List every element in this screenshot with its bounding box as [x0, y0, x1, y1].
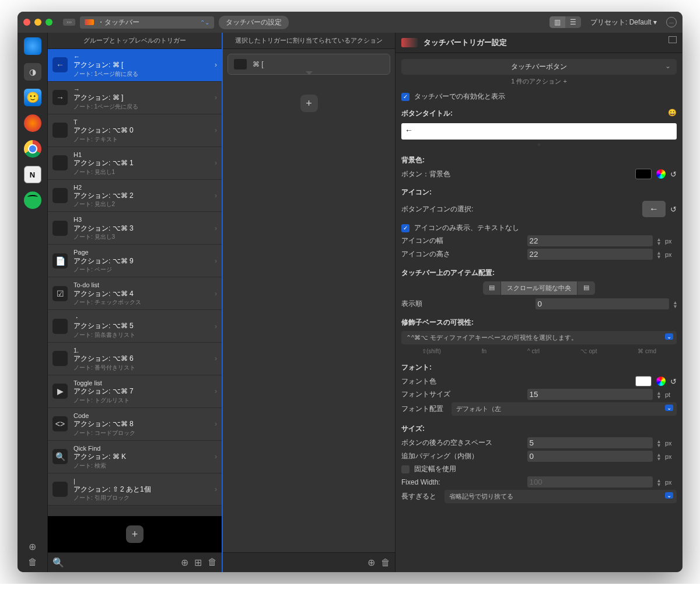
modifier-select[interactable]: ⌃^⌘⌥ モディファイアキーベースの可視性を選択します。 [401, 331, 677, 344]
trigger-title: アクション: ⌥⌘ 9 [74, 257, 217, 266]
icon-height-input[interactable] [527, 249, 653, 260]
trigger-row[interactable]: ▶ Toggle list アクション: ⌥⌘ 7 ノート: トグルリスト [48, 375, 222, 408]
sidebar-app-notion[interactable]: N [24, 166, 41, 183]
zoom-icon[interactable] [46, 19, 52, 26]
reset-icon-3[interactable]: ↺ [670, 377, 677, 386]
trigger-row[interactable]: T アクション: ⌥⌘ 0 ノート: テキスト [48, 114, 222, 147]
context-dropdown[interactable]: ・タッチバー ⌃⌄ [80, 16, 214, 29]
action-count[interactable]: 1 件のアクション + [401, 77, 677, 86]
stepper-icon[interactable]: ▴▾ [657, 452, 660, 461]
reset-icon-2[interactable]: ↺ [670, 205, 677, 214]
add-action-icon[interactable]: ⊕ [368, 557, 375, 568]
trigger-row[interactable]: ← ← アクション: ⌘ [ ノート: 1ページ前に戻る [48, 49, 222, 82]
modifier-key[interactable]: ^ ctrl [527, 348, 540, 354]
align-right-icon[interactable]: ▤ [577, 281, 595, 295]
search-icon[interactable]: 🔍 [52, 557, 64, 568]
align-left-icon[interactable]: ▤ [483, 281, 501, 295]
section-dropdown[interactable]: タッチバーボタン [401, 59, 677, 75]
trigger-top: H3 [74, 215, 217, 224]
align-center-option[interactable]: スクロール可能な中央 [501, 281, 577, 295]
trigger-title: アクション: ⌥⌘ 8 [74, 420, 217, 429]
placement-segment[interactable]: ▤ スクロール可能な中央 ▤ [483, 281, 595, 295]
trigger-row[interactable]: 📄 Page アクション: ⌥⌘ 9 ノート: ページ [48, 245, 222, 277]
icon-only-checkbox[interactable]: ✓ [401, 224, 410, 232]
color-picker-icon[interactable] [656, 169, 666, 179]
touchbar-settings-button[interactable]: タッチバーの設定 [219, 16, 289, 29]
trash-icon[interactable]: 🗑 [208, 557, 217, 568]
button-title-input[interactable]: ← [401, 123, 677, 140]
order-input[interactable] [536, 298, 670, 309]
actions-header: 選択したトリガーに割り当てられているアクション [223, 33, 395, 49]
trigger-row[interactable]: 1. アクション: ⌥⌘ 6 ノート: 番号付きリスト [48, 343, 222, 375]
trigger-top: ← [74, 53, 217, 61]
trigger-title: アクション: ⌘ ] [74, 93, 217, 103]
preset-dropdown[interactable]: プリセット: Default ▾ [586, 18, 662, 27]
sidebar-app-generic[interactable]: ◑ [24, 63, 41, 81]
trigger-row[interactable]: ・ アクション: ⌥⌘ 5 ノート: 箇条書きリスト [48, 310, 222, 343]
font-size-input[interactable] [527, 389, 653, 400]
stepper-icon[interactable]: ▴▾ [657, 237, 660, 245]
padding-input[interactable] [527, 451, 653, 462]
delete-action-icon[interactable]: 🗑 [381, 558, 390, 568]
view-mode-segment[interactable]: ▥ ☰ [550, 16, 581, 28]
sidebar-toggle[interactable]: ››› [63, 19, 75, 26]
too-long-select[interactable]: 省略記号で切り捨てる [444, 490, 677, 503]
icon-preview[interactable]: ← [642, 201, 666, 217]
modifier-key[interactable]: ⇧(shift) [422, 348, 441, 354]
space-after-input[interactable] [527, 437, 653, 448]
folder-icon[interactable]: ⊞ [194, 557, 202, 568]
inspector-title: タッチバートリガー設定 [424, 37, 507, 48]
emoji-icon[interactable]: 😀 [668, 109, 677, 117]
list-view-icon[interactable]: ☰ [565, 16, 581, 28]
stepper-icon[interactable]: ▴▾ [657, 391, 660, 399]
modifier-key[interactable]: fn [482, 348, 487, 354]
trigger-row[interactable]: | アクション: ⇧ 2 あと1個 ノート: 引用ブロック [48, 473, 222, 506]
stepper-icon[interactable]: ▴▾ [657, 439, 660, 447]
gear-icon[interactable]: — [666, 17, 677, 27]
trigger-row[interactable]: <> Code アクション: ⌥⌘ 8 ノート: コードブロック [48, 408, 222, 441]
add-button[interactable]: ⊕ [181, 557, 188, 568]
icon-height-label: アイコンの高さ [401, 249, 523, 259]
font-color-swatch[interactable] [635, 376, 652, 386]
trigger-title: アクション: ⌥⌘ 1 [74, 159, 217, 168]
sidebar-app-spotify[interactable] [24, 191, 41, 209]
color-picker-icon[interactable] [656, 377, 666, 386]
bg-color-swatch[interactable] [635, 169, 652, 179]
trigger-row[interactable]: H3 アクション: ⌥⌘ 3 ノート: 見出し3 [48, 212, 222, 245]
trigger-title: アクション: ⌘ K [74, 452, 217, 462]
trigger-row[interactable]: 🔍 Qick Find アクション: ⌘ K ノート: 検索 [48, 441, 222, 473]
sidebar-app-finder[interactable]: 🙂 [24, 89, 41, 106]
size-section-label: サイズ: [401, 424, 677, 434]
add-app-button[interactable]: ⊕ [29, 541, 36, 552]
bg-section-label: 背景色: [401, 155, 677, 165]
resize-grabber[interactable]: ○ [401, 142, 677, 147]
trigger-note: ノート: 見出し2 [74, 200, 217, 208]
add-trigger-row: + [48, 516, 222, 552]
add-action-button[interactable]: + [300, 95, 318, 112]
minimize-icon[interactable] [34, 19, 41, 26]
sidebar-app-firefox[interactable] [24, 114, 41, 132]
columns-view-icon[interactable]: ▥ [550, 16, 565, 28]
sidebar-app-global[interactable] [24, 37, 41, 55]
sidebar-app-chrome[interactable] [24, 140, 41, 158]
close-icon[interactable] [23, 19, 30, 26]
trigger-row[interactable]: ☑ To-do list アクション: ⌥⌘ 4 ノート: チェックボックス [48, 277, 222, 310]
stepper-icon[interactable]: ▴▾ [674, 300, 677, 308]
add-trigger-button[interactable]: + [126, 525, 144, 543]
trigger-note: ノート: 見出し3 [74, 233, 217, 241]
modifier-key[interactable]: ⌘ cmd [638, 348, 656, 354]
reset-icon[interactable]: ↺ [670, 170, 677, 179]
modifier-key[interactable]: ⌥ opt [580, 348, 597, 354]
assigned-action[interactable]: ⌘ [ [228, 54, 390, 75]
delete-app-button[interactable]: 🗑 [28, 557, 37, 567]
trigger-row[interactable]: H2 アクション: ⌥⌘ 2 ノート: 見出し2 [48, 180, 222, 213]
font-align-select[interactable]: デフォルト（左 [452, 402, 677, 416]
popout-icon[interactable] [668, 36, 677, 43]
fixed-width-checkbox[interactable] [401, 465, 410, 473]
icon-width-input[interactable] [527, 235, 653, 246]
placement-section-label: タッチバー上のアイテム配置: [401, 268, 677, 278]
enable-checkbox[interactable]: ✓ [401, 93, 410, 101]
trigger-row[interactable]: → → アクション: ⌘ ] ノート: 1ページ先に戻る [48, 82, 222, 114]
trigger-row[interactable]: H1 アクション: ⌥⌘ 1 ノート: 見出し1 [48, 147, 222, 180]
stepper-icon[interactable]: ▴▾ [657, 250, 660, 259]
